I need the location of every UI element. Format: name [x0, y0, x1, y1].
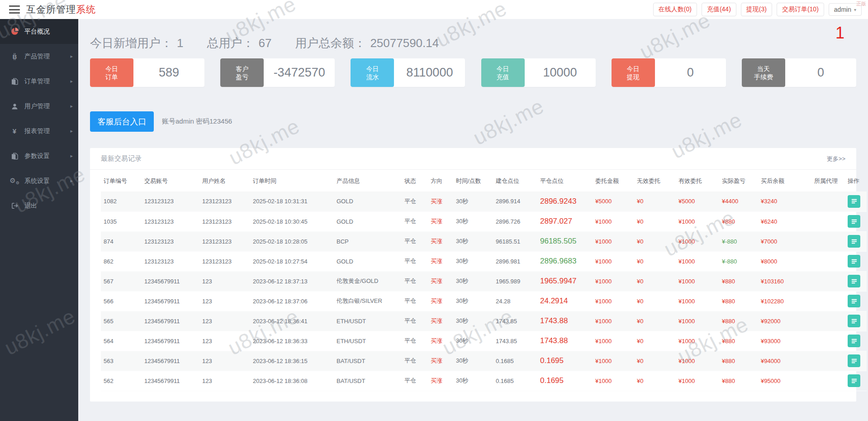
cell-action — [845, 211, 867, 231]
cell-valid: ¥1000 — [676, 251, 719, 271]
header-link[interactable]: 提现(3) — [741, 3, 772, 16]
cell-name: 123 — [199, 371, 250, 391]
row-detail-button[interactable] — [848, 255, 860, 268]
cell-product: 伦敦黄金/GOLD — [334, 271, 402, 291]
service-backend-button[interactable]: 客服后台入口 — [90, 111, 154, 132]
cell-account: 12345679911 — [142, 331, 199, 351]
row-detail-button[interactable] — [848, 354, 860, 367]
app-title: 互金所管理系统 — [26, 3, 96, 16]
cell-action — [845, 251, 867, 271]
cell-agent — [811, 371, 845, 391]
cell-invalid: ¥0 — [634, 311, 676, 331]
stat-card-value: 10000 — [525, 58, 596, 87]
cell-action — [845, 331, 867, 351]
sidebar-item-label: 系统设置 — [24, 177, 50, 185]
column-header-time: 订单时间 — [250, 170, 334, 191]
stat-card-value: 0 — [655, 58, 726, 87]
stat-card-value: 0 — [785, 58, 856, 87]
row-detail-button[interactable] — [848, 295, 860, 307]
row-detail-button[interactable] — [848, 195, 860, 208]
cell-agent — [811, 351, 845, 371]
header-link[interactable]: 充值(44) — [702, 3, 736, 16]
cell-amount: ¥1000 — [593, 331, 634, 351]
cell-invalid: ¥0 — [634, 331, 676, 351]
cell-close: 0.1695 — [537, 351, 593, 371]
cell-product: 伦敦白银/SILVER — [334, 291, 402, 311]
sidebar-item-label: 订单管理 — [24, 77, 50, 86]
sidebar-item-menu-3[interactable]: 用户管理▸ — [0, 94, 78, 119]
cell-invalid: ¥0 — [634, 251, 676, 271]
page-marker: 1 — [835, 24, 844, 43]
cell-account: 12345679911 — [142, 291, 199, 311]
gears-icon: ⚙⚙ — [10, 177, 19, 185]
cell-name: 123 — [199, 351, 250, 371]
cell-amount: ¥1000 — [593, 271, 634, 291]
cell-balance: ¥8000 — [758, 251, 811, 271]
column-header-profit: 实际盈亏 — [719, 170, 758, 191]
header-link[interactable]: 在线人数(0) — [653, 3, 697, 16]
sidebar-item-label: 报表管理 — [24, 127, 50, 135]
more-link[interactable]: 更多>> — [827, 155, 845, 163]
cell-direction: 买涨 — [428, 251, 453, 271]
cell-open: 0.1685 — [493, 371, 537, 391]
cell-duration: 30秒 — [453, 331, 493, 351]
cell-valid: ¥1000 — [676, 311, 719, 331]
app-title-accent: 系统 — [76, 4, 96, 14]
yen-icon: ¥ — [10, 127, 19, 135]
cell-account: 123123123 — [142, 251, 199, 271]
cell-balance: ¥7000 — [758, 231, 811, 251]
sidebar-item-menu-5[interactable]: 参数设置▸ — [0, 144, 78, 168]
row-detail-button[interactable] — [848, 335, 860, 347]
row-detail-button[interactable] — [848, 275, 860, 287]
header-link[interactable]: 交易订单(10) — [777, 3, 824, 16]
row-detail-button[interactable] — [848, 215, 860, 228]
row-detail-button[interactable] — [848, 315, 860, 327]
stat-card-label: 当天手续费 — [742, 58, 785, 87]
stat-card-customer-pnl: 客户盈亏-3472570 — [220, 58, 335, 87]
cell-id: 565 — [101, 311, 142, 331]
cell-balance: ¥95000 — [758, 371, 811, 391]
sidebar-item-menu-1[interactable]: B产品管理▸ — [0, 44, 78, 69]
sidebar-item-menu-2[interactable]: 订单管理▸ — [0, 69, 78, 94]
chevron-down-icon: ▾ — [854, 7, 856, 12]
cell-profit: ¥880 — [719, 211, 758, 231]
cell-id: 862 — [101, 251, 142, 271]
sidebar-item-menu-6[interactable]: ⚙⚙系统设置▸ — [0, 168, 78, 193]
cell-status: 平仓 — [402, 311, 428, 331]
row-detail-button[interactable] — [848, 235, 860, 248]
cell-valid: ¥1000 — [676, 351, 719, 371]
cell-account: 12345679911 — [142, 371, 199, 391]
stat-card-label: 今日提现 — [612, 58, 655, 87]
cell-profit: ¥880 — [719, 331, 758, 351]
column-header-direction: 方向 — [428, 170, 453, 191]
cell-name: 123 — [199, 271, 250, 291]
cell-close: 24.2914 — [537, 291, 593, 311]
sidebar-item-logout[interactable]: 退出 — [0, 193, 78, 218]
cell-account: 12345679911 — [142, 271, 199, 291]
cell-name: 123123123 — [199, 251, 250, 271]
cell-agent — [811, 191, 845, 211]
hamburger-menu-icon[interactable] — [9, 5, 20, 14]
cell-account: 123123123 — [142, 191, 199, 211]
cell-duration: 30秒 — [453, 211, 493, 231]
cell-amount: ¥1000 — [593, 231, 634, 251]
column-header-open: 建仓点位 — [493, 170, 537, 191]
cell-valid: ¥1000 — [676, 291, 719, 311]
row-detail-button[interactable] — [848, 374, 860, 387]
cell-agent — [811, 251, 845, 271]
cell-time: 2023-06-12 18:37:06 — [250, 291, 334, 311]
table-row: 10821231231231231231232025-02-18 10:31:3… — [101, 191, 867, 211]
stat-card-today-orders: 今日订单589 — [90, 58, 204, 87]
cell-invalid: ¥0 — [634, 231, 676, 251]
cell-close: 2896.9243 — [537, 191, 593, 211]
pie-chart-icon — [10, 28, 19, 35]
cell-action — [845, 291, 867, 311]
cell-product: ETH/USDT — [334, 331, 402, 351]
copy-icon — [10, 78, 19, 85]
cell-open: 2896.914 — [493, 191, 537, 211]
sidebar-item-menu-4[interactable]: ¥报表管理▸ — [0, 119, 78, 144]
cell-invalid: ¥0 — [634, 351, 676, 371]
cell-amount: ¥1000 — [593, 251, 634, 271]
sidebar-item-overview[interactable]: 平台概况 — [0, 19, 78, 44]
cell-id: 567 — [101, 271, 142, 291]
